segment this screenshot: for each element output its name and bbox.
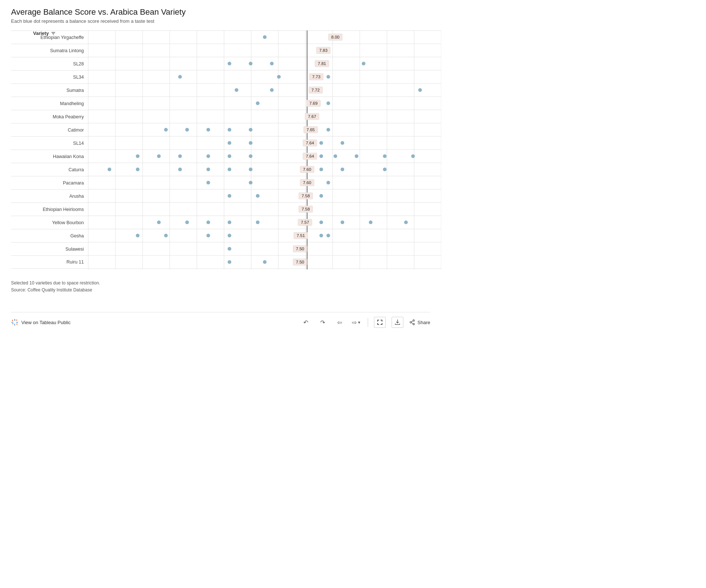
- score-badge-text: 7.57: [301, 220, 309, 225]
- score-badge-text: 7.60: [303, 180, 311, 185]
- chart-subtitle: Each blue dot represents a balance score…: [11, 18, 430, 24]
- data-dot: [228, 154, 231, 158]
- y-axis-label: Catimor: [11, 123, 88, 136]
- data-dot: [228, 220, 231, 224]
- back-button[interactable]: ⇦: [334, 317, 345, 328]
- data-dot: [256, 194, 260, 198]
- svg-rect-59: [12, 320, 13, 321]
- data-dot: [320, 194, 323, 198]
- chart-container: Ethiopian YirgacheffeSumatra LintongSL28…: [11, 31, 430, 269]
- data-dot: [270, 88, 274, 92]
- y-axis-label: Ethiopian Yirgacheffe: [11, 31, 88, 44]
- data-dot: [327, 128, 330, 132]
- data-dot: [355, 154, 359, 158]
- data-dot: [206, 234, 210, 237]
- data-dot: [320, 234, 323, 237]
- data-dot: [249, 62, 253, 65]
- share-button[interactable]: Share: [409, 319, 430, 325]
- data-dot: [340, 220, 344, 224]
- forward-button[interactable]: ⇨▼: [351, 317, 362, 328]
- data-dot: [327, 75, 330, 79]
- share-icon: [409, 319, 415, 325]
- data-dot: [108, 168, 111, 171]
- tableau-label: View on Tableau Public: [21, 320, 71, 325]
- svg-rect-57: [11, 322, 13, 323]
- data-dot: [369, 220, 372, 224]
- data-dot: [228, 168, 231, 171]
- data-dot: [185, 220, 189, 224]
- score-badge-text: 7.67: [308, 114, 316, 119]
- data-dot: [411, 154, 415, 158]
- data-dot: [235, 88, 238, 92]
- chart-body: Ethiopian YirgacheffeSumatra LintongSL28…: [11, 31, 430, 269]
- data-dot: [228, 194, 231, 198]
- y-axis-label: Arusha: [11, 189, 88, 202]
- y-axis-label: Moka Peaberry: [11, 110, 88, 123]
- data-dot: [362, 62, 366, 65]
- data-dot: [206, 181, 210, 184]
- plot-svg: 8.00 7.83 7.81 7.73 7.72 7.69 7.67 7.65 …: [88, 31, 441, 269]
- plot-area: 8.00 7.83 7.81 7.73 7.72 7.69 7.67 7.65 …: [88, 31, 441, 269]
- svg-rect-55: [14, 319, 15, 321]
- y-axis-label: Gesha: [11, 229, 88, 242]
- data-dot: [228, 62, 231, 65]
- y-axis-label: SL28: [11, 57, 88, 70]
- y-axis-label: Sulawesi: [11, 242, 88, 255]
- data-dot: [277, 75, 281, 79]
- score-badge-text: 7.64: [306, 141, 314, 145]
- y-axis-label: Caturra: [11, 163, 88, 176]
- data-dot: [178, 168, 182, 171]
- download-button[interactable]: [392, 317, 403, 328]
- y-axis-label: Pacamara: [11, 176, 88, 189]
- y-axis-label: Sumatra: [11, 83, 88, 97]
- data-dot: [404, 220, 408, 224]
- data-dot: [185, 128, 189, 132]
- score-badge-text: 7.51: [297, 233, 305, 238]
- score-badge-text: 7.83: [319, 48, 327, 53]
- svg-point-64: [410, 322, 411, 323]
- undo-button[interactable]: ↶: [300, 317, 311, 328]
- footer-divider: [368, 318, 368, 327]
- data-dot: [164, 128, 168, 132]
- data-dot: [157, 220, 161, 224]
- data-dot: [228, 128, 231, 132]
- tableau-logo-icon: [11, 319, 18, 326]
- svg-point-63: [413, 320, 414, 321]
- score-badge-text: 7.58: [302, 207, 310, 211]
- data-dot: [206, 154, 210, 158]
- data-dot: [263, 260, 267, 264]
- score-badge-text: 7.50: [296, 260, 304, 264]
- redo-button[interactable]: ↷: [317, 317, 328, 328]
- data-dot: [320, 168, 323, 171]
- score-badge-text: 7.65: [307, 128, 315, 132]
- y-axis: Ethiopian YirgacheffeSumatra LintongSL28…: [11, 31, 88, 269]
- fullscreen-button[interactable]: [374, 317, 386, 328]
- data-dot: [256, 101, 260, 105]
- data-dot: [249, 128, 253, 132]
- data-dot: [136, 234, 139, 237]
- footer-actions: ↶ ↷ ⇦ ⇨▼ Share: [300, 317, 430, 328]
- svg-line-67: [411, 323, 413, 324]
- svg-rect-56: [14, 324, 15, 326]
- tableau-logo-area[interactable]: View on Tableau Public: [11, 319, 71, 326]
- data-dot: [228, 260, 231, 264]
- data-dot: [228, 234, 231, 237]
- svg-rect-62: [16, 320, 17, 320]
- chart-title: Average Balance Score vs. Arabica Bean V…: [11, 7, 430, 17]
- data-dot: [383, 154, 386, 158]
- score-badge-text: 8.00: [331, 35, 339, 39]
- download-icon: [395, 319, 400, 325]
- score-badge-text: 7.64: [306, 154, 314, 158]
- data-dot: [178, 75, 182, 79]
- score-badge-text: 7.72: [311, 88, 320, 92]
- data-dot: [178, 154, 182, 158]
- y-axis-label: Yellow Bourbon: [11, 216, 88, 229]
- y-axis-label: Ethiopian Heirlooms: [11, 202, 88, 216]
- data-dot: [249, 181, 253, 184]
- y-axis-label: Mandheling: [11, 97, 88, 110]
- y-axis-label: SL34: [11, 70, 88, 83]
- data-dot: [228, 247, 231, 251]
- data-dot: [136, 154, 139, 158]
- y-axis-label: Sumatra Lintong: [11, 44, 88, 57]
- tableau-footer: View on Tableau Public ↶ ↷ ⇦ ⇨▼: [11, 312, 430, 328]
